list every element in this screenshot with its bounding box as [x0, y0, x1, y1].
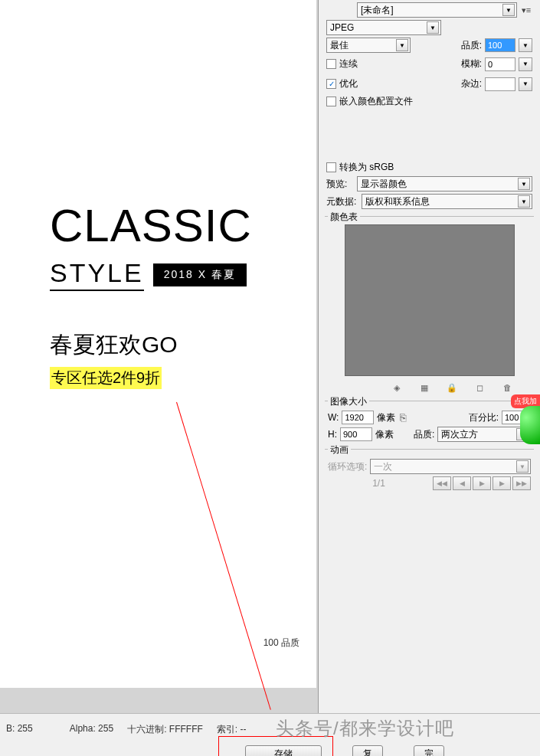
preview-dropdown[interactable]: 显示器颜色 ▼ [357, 176, 532, 191]
preview-label: 预览: [326, 178, 354, 191]
srgb-checkbox[interactable] [326, 162, 336, 172]
canvas-preview: CLASSIC STYLE 2018 X 春夏 春夏狂欢GO 专区任选2件9折 … [0, 0, 318, 756]
alpha-label: Alpha: [70, 723, 96, 734]
last-frame-button[interactable]: ▶▶ [512, 476, 531, 490]
chevron-down-icon[interactable]: ▼ [519, 38, 532, 52]
export-panel: [未命名] ▼ ▾≡ JPEG ▼ 最佳 ▼ 品质: ▼ [318, 0, 540, 756]
metadata-dropdown[interactable]: 版权和联系信息 ▼ [362, 194, 532, 209]
chevron-down-icon: ▼ [516, 460, 529, 473]
progressive-checkbox[interactable] [326, 59, 336, 69]
hex-label: 十六进制: [127, 724, 166, 735]
progressive-label: 连续 [339, 57, 358, 70]
prev-frame-button[interactable]: ◀ [453, 476, 471, 490]
preset-value: [未命名] [361, 4, 394, 17]
color-table-title: 颜色表 [328, 211, 360, 224]
metadata-value: 版权和联系信息 [365, 195, 430, 208]
preset-dropdown[interactable]: [未命名] ▼ [357, 2, 517, 18]
trash-icon[interactable]: 🗑 [502, 382, 512, 393]
percent-label: 百分比: [469, 411, 499, 424]
image-size-title: 图像大小 [328, 395, 369, 408]
loop-value: 一次 [374, 460, 392, 473]
resample-label: 品质: [414, 428, 434, 441]
format-value: JPEG [330, 22, 354, 33]
done-button[interactable]: 完 [414, 745, 444, 756]
srgb-label: 转换为 sRGB [339, 161, 394, 174]
eyedropper-icon[interactable]: ◈ [391, 382, 402, 393]
chevron-down-icon: ▼ [518, 178, 530, 190]
optimize-checkbox[interactable]: ✓ [326, 79, 336, 89]
chevron-down-icon: ▼ [518, 195, 530, 208]
metadata-label: 元数据: [326, 195, 358, 208]
chevron-down-icon: ▼ [427, 21, 439, 34]
embed-profile-checkbox[interactable] [326, 97, 336, 106]
loop-dropdown[interactable]: 一次 ▼ [370, 459, 531, 474]
matte-swatch[interactable] [485, 77, 515, 91]
chevron-down-icon: ▼ [396, 39, 408, 51]
b-label: B: [6, 723, 15, 734]
first-frame-button[interactable]: ◀◀ [433, 476, 451, 490]
blur-label: 模糊: [461, 57, 482, 70]
embed-profile-label: 嵌入颜色配置文件 [339, 95, 413, 108]
save-button[interactable]: 存储 [245, 745, 322, 756]
page-indicator: 1/1 [328, 478, 430, 489]
play-button[interactable]: ▶ [473, 476, 491, 490]
optimize-label: 优化 [339, 77, 358, 90]
palette-icon[interactable]: ▦ [419, 382, 430, 393]
color-table [345, 224, 515, 376]
blur-input[interactable] [485, 57, 515, 71]
height-unit: 像素 [375, 428, 394, 441]
status-bar: B: 255 Alpha: 255 十六进制: FFFFFF 索引: -- 存储… [0, 713, 540, 756]
width-unit: 像素 [377, 411, 395, 424]
index-value: -- [240, 724, 246, 735]
resample-value: 两次立方 [441, 428, 478, 441]
promo-title: 春夏狂欢GO [50, 329, 301, 361]
loop-label: 循环选项: [328, 460, 367, 473]
width-input[interactable] [342, 411, 374, 424]
resample-dropdown[interactable]: 两次立方 ▼ [437, 427, 531, 442]
format-dropdown[interactable]: JPEG ▼ [326, 20, 441, 35]
link-icon[interactable]: ⎘ [400, 411, 406, 424]
index-label: 索引: [217, 724, 237, 735]
format-quality-value: 最佳 [330, 39, 349, 52]
design-badge: 2018 X 春夏 [153, 263, 247, 286]
copy-button[interactable]: 复 [352, 745, 383, 756]
lock-icon[interactable]: 🔒 [447, 382, 457, 393]
chat-bubble-icon[interactable] [520, 406, 540, 444]
quality-footer: 100 品质 [263, 637, 299, 650]
b-value: 255 [18, 723, 33, 734]
hex-value: FFFFFF [169, 724, 203, 735]
animation-title: 动画 [328, 443, 351, 457]
height-label: H: [328, 429, 337, 440]
quality-label: 品质: [461, 39, 482, 52]
next-frame-button[interactable]: ▶ [493, 476, 511, 490]
quality-input[interactable] [485, 38, 515, 52]
design-title: CLASSIC [50, 199, 301, 252]
new-icon[interactable]: ◻ [474, 382, 485, 393]
alpha-value: 255 [98, 723, 113, 734]
chevron-down-icon[interactable]: ▼ [519, 77, 532, 91]
preview-value: 显示器颜色 [361, 178, 407, 191]
chevron-down-icon: ▼ [502, 4, 515, 16]
promo-subtitle: 专区任选2件9折 [50, 367, 162, 389]
matte-label: 杂边: [461, 77, 482, 90]
format-quality-dropdown[interactable]: 最佳 ▼ [326, 38, 411, 53]
width-label: W: [328, 412, 339, 423]
design-subtitle: STYLE [50, 258, 144, 291]
menu-icon[interactable]: ▾≡ [520, 4, 532, 16]
chevron-down-icon[interactable]: ▼ [519, 57, 532, 71]
height-input[interactable] [340, 427, 372, 441]
